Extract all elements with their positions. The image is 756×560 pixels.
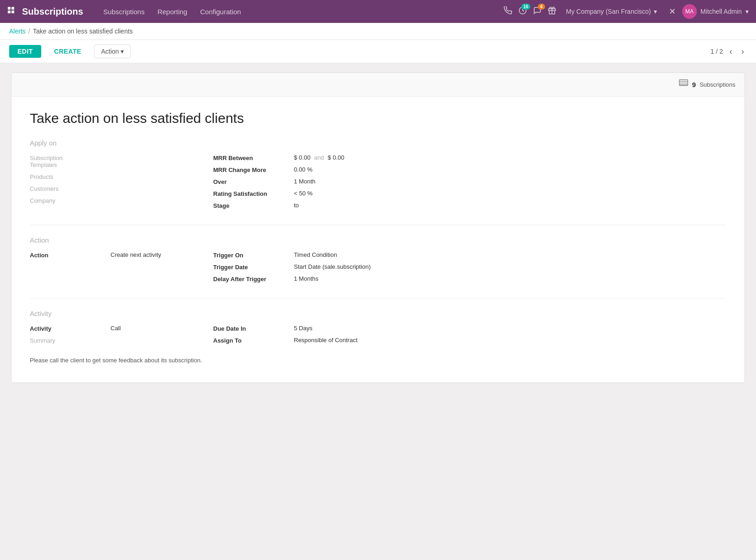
clock-badge: 16 (521, 4, 530, 10)
due-date-label: Due Date In (213, 325, 287, 332)
mrr-max: $ 0.00 (328, 154, 344, 161)
action-right: Trigger On Timed Condition Trigger Date … (213, 251, 726, 287)
svg-rect-0 (8, 7, 11, 10)
close-icon[interactable]: ✕ (669, 6, 676, 17)
nav-reporting[interactable]: Reporting (152, 5, 193, 18)
action-field-label: Action (30, 251, 103, 259)
field-trigger-date: Trigger Date Start Date (sale.subscripti… (213, 263, 726, 271)
action-dropdown-button[interactable]: Action ▾ (94, 44, 131, 58)
svg-rect-1 (11, 7, 14, 10)
mrr-between-label: MRR Between (213, 154, 287, 161)
subscriptions-label: Subscriptions (700, 81, 735, 88)
subscriptions-count: 9 (692, 81, 696, 89)
products-label: Products (30, 173, 89, 180)
over-value: 1 Month (294, 178, 315, 185)
chevron-down-icon: ▾ (654, 8, 657, 15)
user-chevron-icon: ▾ (745, 8, 749, 15)
trigger-on-value: Timed Condition (294, 251, 337, 258)
subscriptions-badge[interactable]: 9 Subscriptions (679, 78, 735, 91)
breadcrumb-parent[interactable]: Alerts (9, 28, 26, 35)
mrr-change-label: MRR Change More (213, 166, 287, 173)
action-field-value: Create next activity (110, 251, 161, 258)
record-title: Take action on less satisfied clients (30, 111, 726, 126)
due-date-value: 5 Days (294, 325, 312, 332)
stage-label: Stage (213, 202, 287, 209)
field-subscription-templates: SubscriptionTemplates (30, 154, 195, 168)
delay-label: Delay After Trigger (213, 275, 287, 283)
field-due-date: Due Date In 5 Days (213, 325, 726, 332)
nav-subscriptions[interactable]: Subscriptions (98, 5, 150, 18)
action-section: Action Action Create next activity Trigg… (30, 236, 726, 287)
action-chevron-icon: ▾ (121, 48, 124, 55)
topnav-icons: 16 4 My Company (San Francisco) ▾ ✕ MA M… (504, 4, 749, 19)
field-assign-to: Assign To Responsible of Contract (213, 337, 726, 344)
assign-to-value: Responsible of Contract (294, 337, 358, 344)
action-left: Action Create next activity (30, 251, 195, 287)
grid-icon[interactable] (7, 6, 17, 17)
pagination-text: 1 / 2 (711, 48, 723, 55)
trigger-date-value: Start Date (sale.subscription) (294, 263, 371, 270)
field-products: Products (30, 173, 195, 180)
breadcrumb: Alerts / Take action on less satisfied c… (0, 23, 756, 40)
subscriptions-badge-icon (679, 78, 689, 91)
mrr-change-value: 0.00 % (294, 166, 312, 173)
edit-button[interactable]: EDIT (9, 45, 41, 58)
field-company: Company (30, 197, 195, 204)
activity-layout: Activity Call Summary Due Date In 5 Days (30, 325, 726, 349)
over-label: Over (213, 178, 287, 185)
record-header: 9 Subscriptions (11, 73, 745, 97)
field-activity: Activity Call (30, 325, 195, 332)
action-label: Action (101, 48, 119, 55)
action-layout: Action Create next activity Trigger On T… (30, 251, 726, 287)
company-selector[interactable]: My Company (San Francisco) ▾ (563, 6, 661, 17)
activity-left: Activity Call Summary (30, 325, 195, 349)
field-rating: Rating Satisfaction < 50 % (213, 190, 726, 197)
apply-on-layout: SubscriptionTemplates Products Customers (30, 154, 726, 214)
field-mrr-change: MRR Change More 0.00 % (213, 166, 726, 173)
stage-value: to (294, 202, 299, 209)
breadcrumb-separator: / (28, 28, 30, 35)
trigger-date-label: Trigger Date (213, 263, 287, 271)
record-card: 9 Subscriptions Take action on less sati… (11, 72, 745, 383)
chat-icon-btn[interactable]: 4 (533, 6, 541, 17)
apply-on-section: Apply on SubscriptionTemplates Products … (30, 139, 726, 214)
gift-icon-btn[interactable] (548, 6, 556, 17)
divider-2 (30, 298, 726, 299)
phone-icon-btn[interactable] (504, 6, 512, 17)
mrr-between-value: $ 0.00 and $ 0.00 (294, 154, 344, 161)
customers-label: Customers (30, 185, 89, 192)
create-button[interactable]: CREATE (46, 45, 90, 58)
company-name: My Company (San Francisco) (566, 8, 651, 15)
field-trigger-on: Trigger On Timed Condition (213, 251, 726, 259)
mrr-min: $ 0.00 (294, 154, 310, 161)
field-stage: Stage to (213, 202, 726, 209)
nav-links: Subscriptions Reporting Configuration (98, 5, 503, 18)
rating-value: < 50 % (294, 190, 313, 197)
apply-on-label: Apply on (30, 139, 726, 147)
user-name: Mitchell Admin (701, 8, 742, 15)
field-summary: Summary (30, 337, 195, 344)
field-action: Action Create next activity (30, 251, 195, 259)
next-record-button[interactable]: › (739, 46, 747, 57)
pagination-controls: 1 / 2 ‹ › (711, 46, 747, 57)
activity-label: Activity (30, 325, 103, 332)
apply-on-right: MRR Between $ 0.00 and $ 0.00 MRR Change… (213, 154, 726, 214)
nav-configuration[interactable]: Configuration (194, 5, 246, 18)
field-delay: Delay After Trigger 1 Months (213, 275, 726, 283)
field-mrr-between: MRR Between $ 0.00 and $ 0.00 (213, 154, 726, 161)
prev-record-button[interactable]: ‹ (727, 46, 735, 57)
action-section-label: Action (30, 236, 726, 244)
breadcrumb-current: Take action on less satisfied clients (33, 28, 133, 35)
clock-icon-btn[interactable]: 16 (519, 6, 527, 17)
field-customers: Customers (30, 185, 195, 192)
app-brand: Subscriptions (22, 6, 83, 17)
svg-rect-3 (11, 11, 14, 13)
activity-value: Call (110, 325, 121, 332)
user-menu[interactable]: MA Mitchell Admin ▾ (682, 4, 749, 19)
svg-rect-2 (8, 11, 11, 13)
toolbar: EDIT CREATE Action ▾ 1 / 2 ‹ › (0, 40, 756, 63)
assign-to-label: Assign To (213, 337, 287, 344)
main-content: 9 Subscriptions Take action on less sati… (0, 63, 756, 392)
divider-1 (30, 225, 726, 225)
subscription-templates-label: SubscriptionTemplates (30, 154, 89, 168)
